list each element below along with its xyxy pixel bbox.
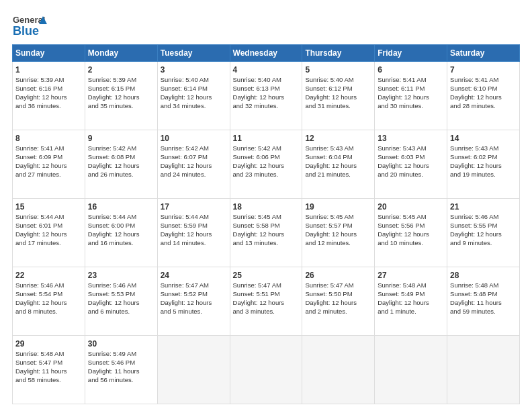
day-number: 22 bbox=[15, 270, 82, 281]
day-number: 16 bbox=[88, 201, 154, 212]
day-number: 6 bbox=[378, 64, 444, 75]
calendar-cell: 28Sunrise: 5:48 AMSunset: 5:48 PMDayligh… bbox=[447, 267, 520, 336]
day-number: 5 bbox=[305, 64, 371, 75]
weekday-header-sunday: Sunday bbox=[13, 45, 85, 62]
calendar-week-row: 1Sunrise: 5:39 AMSunset: 6:16 PMDaylight… bbox=[13, 62, 520, 130]
calendar-cell bbox=[157, 336, 230, 404]
day-number: 14 bbox=[450, 133, 517, 144]
day-number: 24 bbox=[161, 270, 227, 281]
logo-icon: General Blue bbox=[12, 11, 47, 39]
calendar-cell: 27Sunrise: 5:48 AMSunset: 5:49 PMDayligh… bbox=[375, 267, 447, 336]
calendar-week-row: 15Sunrise: 5:44 AMSunset: 6:01 PMDayligh… bbox=[13, 199, 520, 267]
calendar-cell: 25Sunrise: 5:47 AMSunset: 5:51 PMDayligh… bbox=[230, 267, 302, 336]
calendar-cell: 6Sunrise: 5:41 AMSunset: 6:11 PMDaylight… bbox=[375, 62, 447, 130]
calendar-week-row: 22Sunrise: 5:46 AMSunset: 5:54 PMDayligh… bbox=[13, 267, 520, 336]
calendar-cell: 18Sunrise: 5:45 AMSunset: 5:58 PMDayligh… bbox=[230, 199, 302, 267]
calendar-cell: 14Sunrise: 5:43 AMSunset: 6:02 PMDayligh… bbox=[447, 130, 520, 199]
weekday-header-monday: Monday bbox=[85, 45, 157, 62]
day-number: 10 bbox=[161, 133, 227, 144]
day-number: 29 bbox=[15, 338, 82, 349]
calendar-cell: 5Sunrise: 5:40 AMSunset: 6:12 PMDaylight… bbox=[302, 62, 375, 130]
day-number: 1 bbox=[15, 64, 82, 75]
day-number: 4 bbox=[233, 64, 300, 75]
weekday-header-tuesday: Tuesday bbox=[157, 45, 230, 62]
day-number: 12 bbox=[305, 133, 371, 144]
calendar-cell: 9Sunrise: 5:42 AMSunset: 6:08 PMDaylight… bbox=[85, 130, 157, 199]
calendar-cell: 26Sunrise: 5:47 AMSunset: 5:50 PMDayligh… bbox=[302, 267, 375, 336]
calendar-cell: 23Sunrise: 5:46 AMSunset: 5:53 PMDayligh… bbox=[85, 267, 157, 336]
calendar-week-row: 8Sunrise: 5:41 AMSunset: 6:09 PMDaylight… bbox=[13, 130, 520, 199]
calendar-cell: 2Sunrise: 5:39 AMSunset: 6:15 PMDaylight… bbox=[85, 62, 157, 130]
day-number: 7 bbox=[450, 64, 517, 75]
calendar-cell: 1Sunrise: 5:39 AMSunset: 6:16 PMDaylight… bbox=[13, 62, 85, 130]
svg-text:Blue: Blue bbox=[13, 24, 39, 38]
calendar-cell: 8Sunrise: 5:41 AMSunset: 6:09 PMDaylight… bbox=[13, 130, 85, 199]
calendar-cell: 20Sunrise: 5:45 AMSunset: 5:56 PMDayligh… bbox=[375, 199, 447, 267]
day-number: 28 bbox=[450, 270, 517, 281]
calendar-cell: 19Sunrise: 5:45 AMSunset: 5:57 PMDayligh… bbox=[302, 199, 375, 267]
calendar-table: SundayMondayTuesdayWednesdayThursdayFrid… bbox=[12, 44, 520, 404]
calendar-cell: 4Sunrise: 5:40 AMSunset: 6:13 PMDaylight… bbox=[230, 62, 302, 130]
calendar-header-row: SundayMondayTuesdayWednesdayThursdayFrid… bbox=[13, 45, 520, 62]
calendar-week-row: 29Sunrise: 5:48 AMSunset: 5:47 PMDayligh… bbox=[13, 336, 520, 404]
calendar-cell: 16Sunrise: 5:44 AMSunset: 6:00 PMDayligh… bbox=[85, 199, 157, 267]
day-number: 26 bbox=[305, 270, 371, 281]
day-number: 23 bbox=[88, 270, 154, 281]
calendar-body: 1Sunrise: 5:39 AMSunset: 6:16 PMDaylight… bbox=[13, 62, 520, 404]
day-number: 9 bbox=[88, 133, 154, 144]
calendar-cell: 17Sunrise: 5:44 AMSunset: 5:59 PMDayligh… bbox=[157, 199, 230, 267]
day-number: 18 bbox=[233, 201, 300, 212]
day-number: 27 bbox=[378, 270, 444, 281]
day-number: 11 bbox=[233, 133, 300, 144]
calendar-cell bbox=[230, 336, 302, 404]
day-number: 30 bbox=[88, 338, 154, 349]
day-number: 3 bbox=[161, 64, 227, 75]
weekday-header-saturday: Saturday bbox=[447, 45, 520, 62]
calendar-cell: 15Sunrise: 5:44 AMSunset: 6:01 PMDayligh… bbox=[13, 199, 85, 267]
calendar-cell: 30Sunrise: 5:49 AMSunset: 5:46 PMDayligh… bbox=[85, 336, 157, 404]
day-number: 19 bbox=[305, 201, 371, 212]
day-number: 8 bbox=[15, 133, 82, 144]
calendar-cell: 10Sunrise: 5:42 AMSunset: 6:07 PMDayligh… bbox=[157, 130, 230, 199]
day-number: 13 bbox=[378, 133, 444, 144]
day-number: 20 bbox=[378, 201, 444, 212]
calendar-cell: 12Sunrise: 5:43 AMSunset: 6:04 PMDayligh… bbox=[302, 130, 375, 199]
calendar-cell: 7Sunrise: 5:41 AMSunset: 6:10 PMDaylight… bbox=[447, 62, 520, 130]
calendar-cell: 3Sunrise: 5:40 AMSunset: 6:14 PMDaylight… bbox=[157, 62, 230, 130]
calendar-cell: 24Sunrise: 5:47 AMSunset: 5:52 PMDayligh… bbox=[157, 267, 230, 336]
calendar-cell bbox=[302, 336, 375, 404]
day-number: 25 bbox=[233, 270, 300, 281]
calendar-cell: 11Sunrise: 5:42 AMSunset: 6:06 PMDayligh… bbox=[230, 130, 302, 199]
calendar-cell: 13Sunrise: 5:43 AMSunset: 6:03 PMDayligh… bbox=[375, 130, 447, 199]
calendar-cell: 29Sunrise: 5:48 AMSunset: 5:47 PMDayligh… bbox=[13, 336, 85, 404]
calendar-cell: 22Sunrise: 5:46 AMSunset: 5:54 PMDayligh… bbox=[13, 267, 85, 336]
calendar-cell: 21Sunrise: 5:46 AMSunset: 5:55 PMDayligh… bbox=[447, 199, 520, 267]
day-number: 15 bbox=[15, 201, 82, 212]
calendar-cell bbox=[447, 336, 520, 404]
day-number: 2 bbox=[88, 64, 154, 75]
logo: General Blue bbox=[12, 11, 47, 39]
weekday-header-thursday: Thursday bbox=[302, 45, 375, 62]
day-number: 21 bbox=[450, 201, 517, 212]
calendar-cell bbox=[375, 336, 447, 404]
weekday-header-friday: Friday bbox=[375, 45, 447, 62]
weekday-header-wednesday: Wednesday bbox=[230, 45, 302, 62]
day-number: 17 bbox=[161, 201, 227, 212]
